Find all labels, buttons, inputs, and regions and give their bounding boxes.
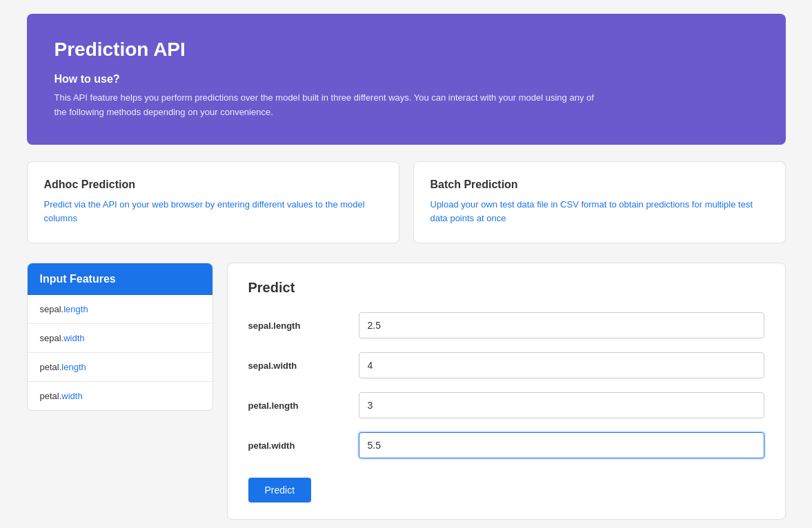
hero-banner: Prediction API How to use? This API feat…: [27, 14, 786, 145]
predict-row-sepal-width: sepal.width: [248, 352, 764, 378]
adhoc-card-title: Adhoc Prediction: [44, 179, 382, 191]
hero-title: Prediction API: [55, 39, 758, 61]
feature-name-static: sepal.: [40, 333, 64, 343]
page-wrapper: Prediction API How to use? This API feat…: [13, 0, 800, 528]
predict-input-sepal-width[interactable]: [359, 352, 764, 378]
feature-suffix-highlight: length: [63, 304, 88, 314]
predict-row-sepal-length: sepal.length: [248, 312, 764, 338]
predict-input-sepal-length[interactable]: [359, 312, 764, 338]
input-features-header: Input Features: [28, 263, 212, 295]
predict-button[interactable]: Predict: [248, 478, 312, 502]
feature-item-sepal-length[interactable]: sepal.length: [28, 295, 212, 324]
feature-name-static: sepal.: [40, 304, 64, 314]
feature-suffix-highlight: width: [63, 333, 84, 343]
hero-description: This API feature helps you perform predi…: [55, 91, 606, 120]
adhoc-card-description: Predict via the API on your web browser …: [44, 198, 382, 227]
feature-name-static: petal.: [40, 391, 62, 401]
predict-label-petal-width: petal.width: [248, 440, 359, 451]
predict-label-petal-length: petal.length: [248, 400, 359, 411]
batch-card-description: Upload your own test data file in CSV fo…: [430, 198, 769, 227]
feature-item-petal-width[interactable]: petal.width: [28, 382, 212, 410]
hero-subtitle: How to use?: [55, 73, 758, 85]
feature-suffix-highlight: width: [61, 391, 82, 401]
predict-input-petal-length[interactable]: [359, 392, 764, 418]
feature-item-sepal-width[interactable]: sepal.width: [28, 324, 212, 353]
predict-row-petal-length: petal.length: [248, 392, 764, 418]
prediction-area: Input Features sepal.length sepal.width …: [27, 263, 786, 520]
adhoc-prediction-card: Adhoc Prediction Predict via the API on …: [27, 161, 399, 244]
feature-suffix-highlight: length: [61, 362, 86, 372]
feature-name-static: petal.: [40, 362, 62, 372]
predict-input-petal-width[interactable]: [359, 432, 764, 458]
batch-prediction-card: Batch Prediction Upload your own test da…: [413, 161, 786, 244]
batch-card-title: Batch Prediction: [430, 179, 769, 191]
predict-row-petal-width: petal.width: [248, 432, 764, 458]
predict-label-sepal-length: sepal.length: [248, 321, 359, 331]
predict-title: Predict: [248, 280, 764, 296]
input-features-panel: Input Features sepal.length sepal.width …: [27, 263, 213, 411]
predict-panel: Predict sepal.length sepal.width petal.l…: [227, 263, 786, 520]
cards-row: Adhoc Prediction Predict via the API on …: [27, 161, 786, 244]
predict-label-sepal-width: sepal.width: [248, 361, 359, 371]
feature-item-petal-length[interactable]: petal.length: [28, 353, 212, 382]
